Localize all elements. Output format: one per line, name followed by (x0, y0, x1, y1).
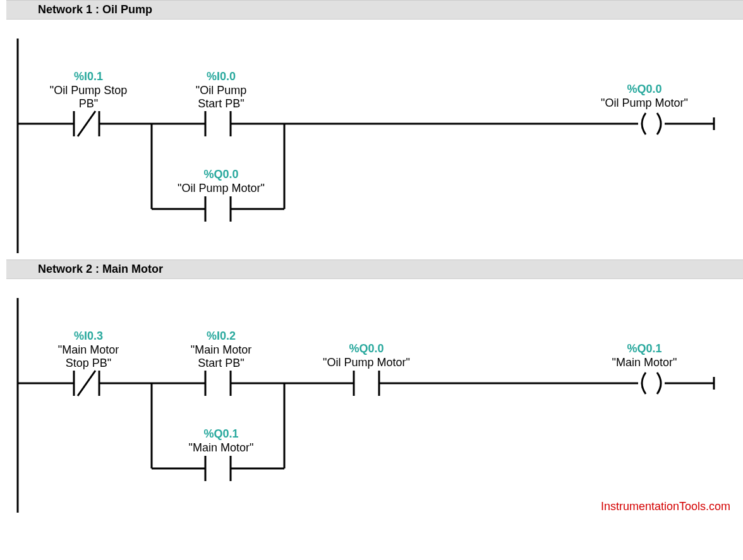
network2-diagram: %I0.3 "Main Motor Stop PB" %I0.2 "Main M… (6, 279, 743, 513)
svg-line-21 (78, 371, 95, 396)
network1-title: Network 1 : Oil Pump (38, 3, 152, 16)
svg-line-4 (78, 111, 95, 136)
network1-diagram: %I0.1 "Oil Pump Stop PB" %I0.0 "Oil Pump… (6, 20, 743, 259)
network1-header: Network 1 : Oil Pump (6, 0, 743, 20)
network2-svg (6, 279, 743, 513)
network2-header: Network 2 : Main Motor (6, 259, 743, 279)
network2-title: Network 2 : Main Motor (38, 263, 163, 275)
network1-svg (6, 20, 743, 259)
